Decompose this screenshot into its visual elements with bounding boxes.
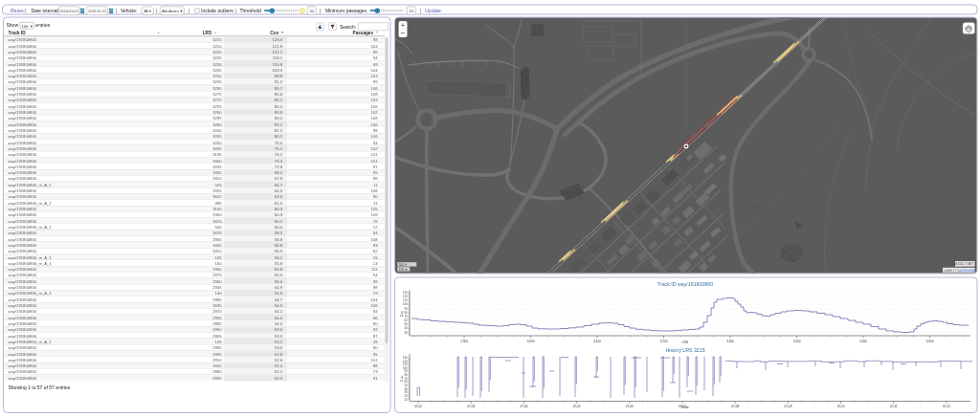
- svg-text:3,100: 3,100: [593, 340, 601, 343]
- svg-text:−: −: [401, 28, 406, 37]
- svg-text:30: 30: [404, 331, 408, 335]
- svg-text:100: 100: [403, 366, 408, 370]
- svg-text:LRS: LRS: [682, 340, 689, 344]
- svg-text:07-04: 07-04: [520, 405, 527, 408]
- svg-text:20: 20: [404, 394, 408, 398]
- svg-text:46.552, 7.387: 46.552, 7.387: [954, 262, 973, 266]
- svg-text:3,300: 3,300: [726, 340, 734, 343]
- svg-text:90: 90: [404, 307, 408, 311]
- svg-text:Cov: Cov: [400, 375, 404, 381]
- svg-text:120: 120: [403, 360, 408, 363]
- svg-text:80: 80: [404, 373, 408, 377]
- svg-text:130: 130: [403, 356, 408, 360]
- svg-text:80: 80: [404, 311, 408, 315]
- svg-text:130: 130: [403, 291, 408, 295]
- svg-text:120: 120: [403, 295, 408, 298]
- svg-text:Leaflet | © OpenStreetMap cont: Leaflet | © OpenStreetMap contrib.: [945, 269, 978, 273]
- svg-text:07-11: 07-11: [890, 405, 898, 408]
- svg-text:Track ID way/191800860: Track ID way/191800860: [657, 281, 713, 287]
- svg-text:07-05: 07-05: [573, 405, 581, 408]
- svg-text:3,200: 3,200: [660, 340, 668, 343]
- svg-text:60: 60: [404, 318, 408, 322]
- svg-text:2,900: 2,900: [460, 340, 468, 343]
- svg-text:50: 50: [404, 322, 408, 326]
- svg-text:Date: Date: [681, 406, 688, 409]
- svg-text:500 ft: 500 ft: [399, 263, 407, 267]
- svg-text:07-09: 07-09: [784, 405, 791, 408]
- svg-text:100: 100: [403, 302, 408, 306]
- svg-text:3,400: 3,400: [793, 340, 801, 343]
- svg-text:40: 40: [404, 387, 408, 391]
- svg-text:History LRS 3215: History LRS 3215: [665, 347, 704, 353]
- svg-text:50: 50: [404, 384, 408, 387]
- svg-text:07-06: 07-06: [626, 405, 634, 408]
- svg-text:3,000: 3,000: [527, 340, 535, 343]
- svg-text:60: 60: [404, 380, 408, 384]
- svg-text:07-02: 07-02: [414, 405, 422, 408]
- svg-text:Cov: Cov: [400, 311, 404, 317]
- svg-text:10: 10: [404, 398, 408, 402]
- svg-text:07-10: 07-10: [837, 405, 845, 408]
- svg-text:07-12: 07-12: [943, 405, 950, 408]
- svg-text:30: 30: [404, 390, 408, 394]
- svg-text:40: 40: [404, 326, 408, 330]
- svg-text:90: 90: [404, 369, 408, 373]
- svg-text:07-03: 07-03: [467, 405, 475, 408]
- svg-text:70: 70: [404, 315, 408, 318]
- svg-text:3,500: 3,500: [859, 340, 867, 343]
- svg-text:07-08: 07-08: [731, 405, 739, 408]
- svg-text:70: 70: [404, 377, 408, 381]
- svg-text:150 m: 150 m: [399, 268, 408, 272]
- svg-text:110: 110: [403, 298, 408, 302]
- svg-text:3,600: 3,600: [926, 340, 934, 343]
- svg-text:110: 110: [403, 362, 408, 366]
